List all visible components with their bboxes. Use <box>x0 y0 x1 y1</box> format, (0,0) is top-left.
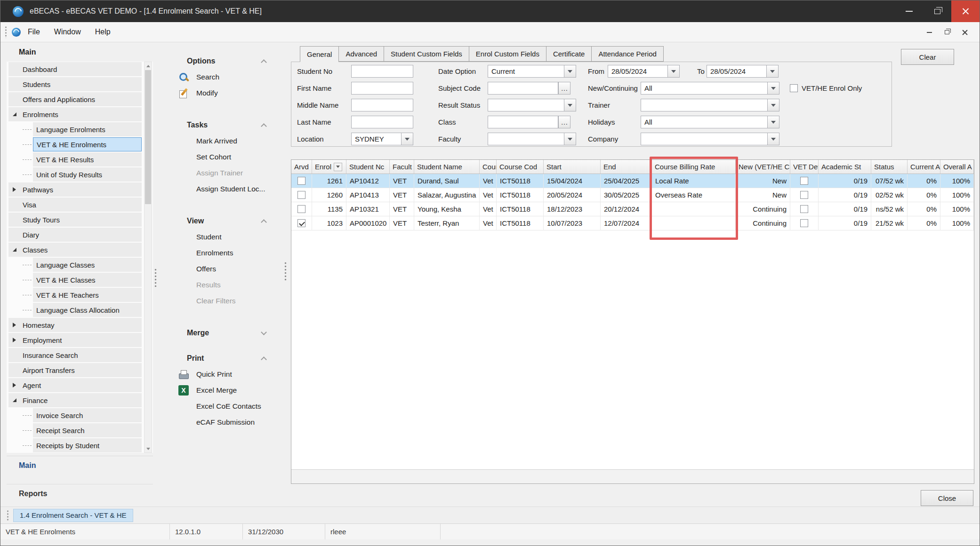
scroll-up-button[interactable] <box>145 62 152 70</box>
tab-certificate[interactable]: Certificate <box>546 46 592 62</box>
holidays-select[interactable]: All <box>641 116 779 128</box>
tree-expanded-icon[interactable] <box>13 112 16 116</box>
action-assign-student-loc[interactable]: Assign Student Loc... <box>157 181 288 197</box>
column-header-facult[interactable]: Facult <box>390 160 414 174</box>
row-checkbox[interactable] <box>800 191 808 199</box>
row-checkbox[interactable] <box>800 177 808 185</box>
grid-horizontal-scrollbar[interactable] <box>291 469 974 483</box>
minimize-button[interactable] <box>895 0 923 22</box>
location-dropdown-button[interactable] <box>401 133 413 145</box>
tree-item-offers-and-applications[interactable]: Offers and Applications <box>7 92 153 107</box>
tree-item-visa[interactable]: Visa <box>7 197 153 212</box>
holidays-dropdown-button[interactable] <box>767 116 779 128</box>
restore-button[interactable] <box>923 0 951 22</box>
column-header-course-billing-rate[interactable]: Course Billing Rate <box>652 160 736 174</box>
tree-item-vet-he-results[interactable]: VET & HE Results <box>7 152 153 167</box>
tree-item-agent[interactable]: Agent <box>7 378 153 393</box>
tree-item-insurance-search[interactable]: Insurance Search <box>7 348 153 363</box>
class-input[interactable] <box>488 116 558 128</box>
toolbar-grip[interactable] <box>5 26 7 38</box>
tab-general[interactable]: General <box>300 46 338 62</box>
section-header-print[interactable]: Print <box>157 350 288 366</box>
row-checkbox[interactable] <box>800 205 808 213</box>
tree-item-dashboard[interactable]: Dashboard <box>7 62 153 77</box>
location-select[interactable]: SYDNEY <box>351 133 413 145</box>
tree-collapsed-icon[interactable] <box>13 323 16 327</box>
tree-item-homestay[interactable]: Homestay <box>7 317 153 332</box>
close-window-button[interactable] <box>951 0 980 22</box>
tree-collapsed-icon[interactable] <box>13 383 16 388</box>
tree-collapsed-icon[interactable] <box>13 338 16 342</box>
tab-advanced[interactable]: Advanced <box>338 46 384 62</box>
section-header-tasks[interactable]: Tasks <box>157 117 288 133</box>
column-header-start[interactable]: Start <box>544 160 601 174</box>
trainer-select[interactable] <box>641 99 779 111</box>
tabbar-grip[interactable] <box>7 510 9 521</box>
tree-item-finance[interactable]: Finance <box>7 393 153 408</box>
tree-item-vet-he-classes[interactable]: VET & HE Classes <box>7 272 153 287</box>
vet-he-enrol-only-checkbox[interactable] <box>790 84 798 92</box>
action-excel-merge[interactable]: Excel Merge <box>157 382 288 398</box>
column-header-overall-a[interactable]: Overall A <box>940 160 974 174</box>
subject-code-browse-button[interactable] <box>558 82 570 95</box>
tab-attendance-period[interactable]: Attendance Period <box>591 46 663 62</box>
tree-item-employment[interactable]: Employment <box>7 332 153 348</box>
company-select[interactable] <box>641 133 779 145</box>
from-date-dropdown-button[interactable] <box>667 65 680 78</box>
action-excel-coe-contacts[interactable]: Excel CoE Contacts <box>157 398 288 414</box>
section-header-view[interactable]: View <box>157 213 288 229</box>
tree-collapsed-icon[interactable] <box>13 187 16 192</box>
column-header-cours[interactable]: Cours <box>480 160 497 174</box>
middle-name-input[interactable] <box>351 99 413 111</box>
new-continuing-select[interactable]: All <box>641 82 779 95</box>
action-modify[interactable]: Modify <box>157 85 288 101</box>
tree-item-language-class-allocation[interactable]: Language Class Allocation <box>7 302 153 317</box>
tab-enrol-custom-fields[interactable]: Enrol Custom Fields <box>469 46 546 62</box>
tree-item-invoice-search[interactable]: Invoice Search <box>7 408 153 423</box>
result-status-dropdown-button[interactable] <box>564 99 576 111</box>
faculty-select[interactable] <box>488 133 576 145</box>
scroll-down-button[interactable] <box>145 445 152 452</box>
new-continuing-dropdown-button[interactable] <box>767 82 779 95</box>
row-checkbox[interactable] <box>297 219 305 227</box>
tree-expanded-icon[interactable] <box>13 248 16 252</box>
tree-item-pathways[interactable]: Pathways <box>7 182 153 197</box>
section-header-options[interactable]: Options <box>157 53 288 69</box>
tree-item-airport-transfers[interactable]: Airport Transfers <box>7 363 153 378</box>
date-option-select[interactable]: Current <box>488 65 576 78</box>
tree-item-unit-of-study-results[interactable]: Unit of Study Results <box>7 167 153 182</box>
document-tab[interactable]: 1.4 Enrolment Search - VET & HE <box>13 509 133 522</box>
column-header-current-a[interactable]: Current A <box>908 160 940 174</box>
tree-expanded-icon[interactable] <box>13 398 16 402</box>
tree-scrollbar[interactable] <box>144 62 152 453</box>
tree-item-vet-he-enrolments[interactable]: VET & HE Enrolments <box>7 137 153 152</box>
row-checkbox[interactable] <box>800 219 808 227</box>
action-offers[interactable]: Offers <box>157 261 288 277</box>
column-header-enrol[interactable]: Enrol <box>312 160 346 174</box>
action-search[interactable]: Search <box>157 69 288 85</box>
tree-item-classes[interactable]: Classes <box>7 242 153 257</box>
clear-button[interactable]: Clear <box>901 49 954 65</box>
to-date-dropdown-button[interactable] <box>766 65 779 78</box>
table-row[interactable]: 1261AP10412VETDurand, SaulVetICT5011815/… <box>291 174 974 188</box>
first-name-input[interactable] <box>351 82 413 95</box>
date-option-dropdown-button[interactable] <box>564 65 576 78</box>
action-student[interactable]: Student <box>157 229 288 245</box>
action-ecaf-submission[interactable]: eCAF Submission <box>157 414 288 430</box>
result-status-select[interactable] <box>488 99 576 111</box>
tree-item-language-classes[interactable]: Language Classes <box>7 257 153 272</box>
tree-item-students[interactable]: Students <box>7 77 153 92</box>
column-header-end[interactable]: End <box>601 160 652 174</box>
tree-item-language-enrolments[interactable]: Language Enrolments <box>7 122 153 137</box>
mdi-minimize-button[interactable] <box>922 26 936 39</box>
tree-item-diary[interactable]: Diary <box>7 227 153 242</box>
last-name-input[interactable] <box>351 116 413 128</box>
tab-student-custom-fields[interactable]: Student Custom Fields <box>384 46 469 62</box>
class-browse-button[interactable] <box>558 116 570 128</box>
menu-window[interactable]: Window <box>47 22 88 42</box>
mdi-child-icon[interactable] <box>12 28 21 37</box>
table-row[interactable]: 1135AP10321VETYoung, KeshaVetICT5011818/… <box>291 202 974 216</box>
company-dropdown-button[interactable] <box>767 133 779 145</box>
table-row[interactable]: 1260AP10413VETSalazar, AugustinaVetICT50… <box>291 188 974 202</box>
student-no-input[interactable] <box>351 65 413 78</box>
